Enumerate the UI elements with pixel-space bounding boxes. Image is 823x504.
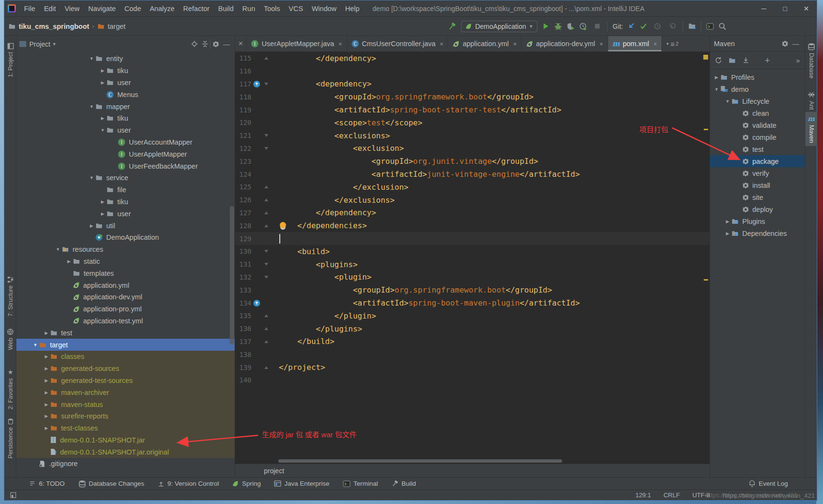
code-line-140[interactable]: 140 [235,374,710,387]
tree-item-application-test.yml[interactable]: application-test.yml [16,315,235,327]
fold-marker[interactable] [264,147,268,150]
code-editor[interactable]: 115 </dependency> 116 117 <dependency> 1… [235,52,710,458]
chevron-collapsed-icon[interactable]: ▶ [43,331,50,335]
code-line-135[interactable]: 135 </plugin> [235,309,710,322]
run-configuration-select[interactable]: DemoApplication ▼ [461,21,537,32]
git-update-button[interactable] [628,23,635,30]
menu-build[interactable]: Build [214,3,238,14]
code-line-116[interactable]: 116 [235,65,710,78]
collapse-all-icon[interactable] [200,39,210,49]
code-line-121[interactable]: 121 <exclusions> [235,129,710,142]
changes-button[interactable] [688,23,696,30]
fold-marker[interactable] [264,198,268,201]
fold-marker[interactable] [264,211,268,214]
maven-item-compile[interactable]: compile [710,131,805,143]
add-maven-project-icon[interactable]: + [765,56,770,65]
tree-item-application-pro.yml[interactable]: application-pro.yml [16,303,235,315]
code-line-132[interactable]: 132 <plugin> [235,271,710,284]
tree-item-util[interactable]: ▶ util [16,220,235,232]
stripe-tab-favorites[interactable]: ★2: Favorites [4,369,16,409]
menu-code[interactable]: Code [120,3,146,14]
chevron-collapsed-icon[interactable]: ▶ [724,219,731,224]
chevron-expanded-icon[interactable]: ▼ [54,247,62,252]
run-button[interactable] [542,23,549,30]
more-actions-icon[interactable]: » [796,56,800,64]
tree-item-generated-test-sources[interactable]: ▶ generated-test-sources [16,375,235,387]
chevron-down-icon[interactable]: ▼ [52,42,57,47]
toolwindow-button-spring[interactable]: Spring [232,480,261,487]
code-line-123[interactable]: 123 <groupId>org.junit.vintage</groupId> [235,155,710,168]
generate-sources-icon[interactable] [728,57,736,64]
code-line-130[interactable]: 130 <build> [235,245,710,258]
breadcrumb-tag[interactable]: project [264,467,284,475]
editor-tab-UserAppletMapper.java[interactable]: I UserAppletMapper.java × [247,36,347,51]
chevron-collapsed-icon[interactable]: ▶ [88,223,95,228]
fold-marker[interactable] [264,340,268,343]
warning-stripe-mark[interactable] [704,279,708,281]
tree-item-surefire-reports[interactable]: ▶ surefire-reports [16,410,235,422]
stripe-tab-maven[interactable]: mMaven [805,112,817,146]
event-log-button[interactable]: Event Log [748,480,788,487]
fold-marker[interactable] [264,263,268,266]
maven-item-Plugins[interactable]: ▶ Plugins [710,215,805,227]
chevron-expanded-icon[interactable]: ▼ [88,175,95,180]
tree-item-test[interactable]: ▶ test [16,327,235,339]
hide-panel-icon[interactable]: — [221,39,232,49]
code-line-128[interactable]: 128 </dependencies> [235,219,710,232]
fold-marker[interactable] [264,57,268,60]
code-line-126[interactable]: 126 </exclusions> [235,194,710,207]
chevron-expanded-icon[interactable]: ▼ [713,87,720,92]
tree-item-entity[interactable]: ▼ entity [16,53,235,65]
stripe-tab-structure[interactable]: 7: Structure [4,276,16,317]
code-line-115[interactable]: 115 </dependency> [235,52,710,65]
maven-goto-icon[interactable] [253,299,261,307]
code-line-125[interactable]: 125 </exclusion> [235,181,710,194]
chevron-expanded-icon[interactable]: ▼ [32,343,39,347]
menu-tools[interactable]: Tools [260,3,285,14]
debug-button[interactable] [554,23,562,30]
fold-marker[interactable] [264,314,268,317]
maven-item-site[interactable]: site [710,191,805,203]
tree-item-application.yml[interactable]: application.yml [16,279,235,291]
tree-item-DemoApplication[interactable]: DemoApplication [16,232,235,244]
file-encoding[interactable]: UTF-8 [692,492,710,499]
toolwindow-button-6-todo[interactable]: 6: TODO [29,480,65,487]
close-icon[interactable]: × [440,40,444,48]
tree-item-maven-archiver[interactable]: ▶ maven-archiver [16,386,235,398]
code-line-133[interactable]: 133 <groupId>org.springframework.boot</g… [235,283,710,296]
search-everywhere-button[interactable] [719,23,726,30]
tree-item-application-dev.yml[interactable]: application-dev.yml [16,291,235,303]
close-icon[interactable]: × [653,40,657,48]
menu-view[interactable]: View [60,3,84,14]
close-icon[interactable]: × [599,40,603,48]
tree-item-mapper[interactable]: ▼ mapper [16,100,235,112]
chevron-expanded-icon[interactable]: ▼ [88,56,95,61]
chevron-collapsed-icon[interactable]: ▶ [65,259,73,264]
menu-analyze[interactable]: Analyze [145,3,179,14]
warning-stripe-mark[interactable] [704,129,708,130]
chevron-collapsed-icon[interactable]: ▶ [713,75,720,80]
menu-edit[interactable]: Edit [39,3,60,14]
tree-item-.gitignore[interactable]: .gitignore [16,458,235,470]
tree-item-service[interactable]: ▼ service [16,172,235,184]
code-line-124[interactable]: 124 <artifactId>junit-vintage-engine</ar… [235,168,710,181]
tree-item-user[interactable]: ▶ user [16,77,235,89]
tree-item-maven-status[interactable]: ▶ maven-status [16,398,235,410]
code-line-136[interactable]: 136 </plugins> [235,322,710,335]
editor-error-stripe[interactable] [702,52,710,458]
chevron-expanded-icon[interactable]: ▼ [88,104,95,109]
tree-item-resources[interactable]: ▼ resources [16,244,235,256]
tree-item-target[interactable]: ▼ target [16,339,235,351]
maven-item-install[interactable]: install [710,179,805,191]
code-line-137[interactable]: 137 </build> [235,335,710,348]
code-line-120[interactable]: 120 <scope>test</scope> [235,116,710,129]
chevron-collapsed-icon[interactable]: ▶ [724,231,731,236]
tree-item-templates[interactable]: templates [16,267,235,279]
tree-item-user[interactable]: ▼ user [16,124,235,136]
tree-item-UserFeedbackMapper[interactable]: I UserFeedbackMapper [16,160,235,172]
profiler-button[interactable] [579,23,587,30]
toolwindow-toggle-icon[interactable] [10,492,17,499]
toolwindow-button-java-enterprise[interactable]: Java Enterprise [274,480,329,487]
chevron-collapsed-icon[interactable]: ▶ [43,378,50,383]
stop-button[interactable] [592,21,602,32]
